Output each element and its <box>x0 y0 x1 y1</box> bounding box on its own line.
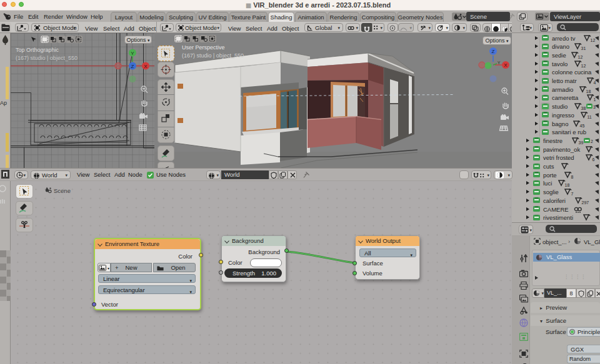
svg-text:7: 7 <box>571 192 574 196</box>
svg-text:X: X <box>144 64 148 69</box>
svg-text:39: 39 <box>579 140 584 145</box>
svg-text:User Perspective: User Perspective <box>182 44 225 51</box>
svg-text:(167) studio | object_550: (167) studio | object_550 <box>182 52 244 59</box>
svg-text:18: 18 <box>565 183 570 187</box>
svg-text:11: 11 <box>588 115 592 119</box>
svg-text:18: 18 <box>586 89 591 94</box>
svg-text:Z: Z <box>492 49 495 54</box>
svg-text:Z: Z <box>131 64 134 69</box>
svg-text:X: X <box>504 62 508 68</box>
svg-text:31: 31 <box>581 46 586 51</box>
svg-text:Y: Y <box>498 61 501 65</box>
svg-text:297: 297 <box>582 200 589 205</box>
svg-text:38: 38 <box>581 106 586 111</box>
svg-text:12: 12 <box>581 64 586 68</box>
svg-text:Y: Y <box>131 51 134 56</box>
svg-text:8: 8 <box>571 175 574 179</box>
svg-text:45: 45 <box>580 124 585 128</box>
svg-text:6: 6 <box>592 157 595 162</box>
svg-text:12: 12 <box>578 55 583 59</box>
svg-text:(167) studio | object_550: (167) studio | object_550 <box>16 55 78 61</box>
svg-text:Top Orthographic: Top Orthographic <box>16 47 59 53</box>
